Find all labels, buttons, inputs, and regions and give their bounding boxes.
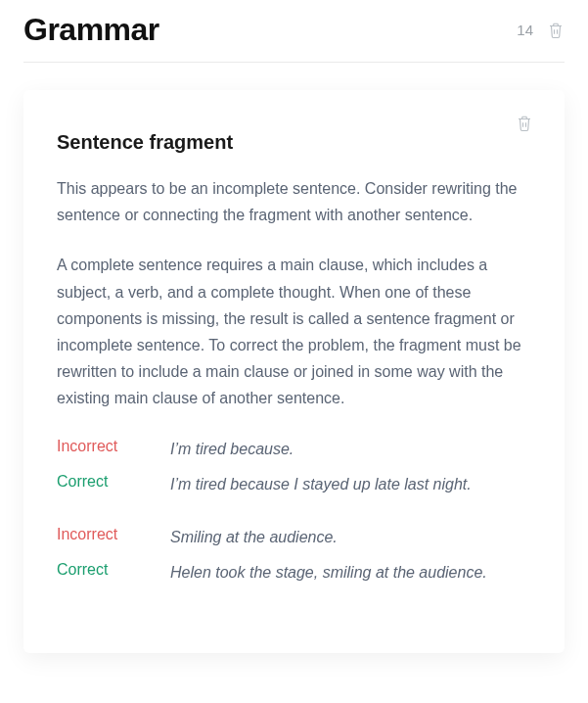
example-correct-text: Helen took the stage, smiling at the aud… xyxy=(170,561,531,585)
issue-count: 14 xyxy=(517,22,533,38)
example-row: Correct Helen took the stage, smiling at… xyxy=(57,561,531,585)
incorrect-label: Incorrect xyxy=(57,526,170,543)
example-incorrect-text: I’m tired because. xyxy=(170,438,531,461)
issue-card: Sentence fragment This appears to be an … xyxy=(23,90,565,653)
card-title: Sentence fragment xyxy=(57,131,531,154)
trash-icon xyxy=(516,114,533,133)
page-title: Grammar xyxy=(23,12,159,48)
delete-all-button[interactable] xyxy=(547,21,565,40)
example-incorrect-text: Smiling at the audience. xyxy=(170,526,531,549)
example-row: Incorrect I’m tired because. xyxy=(57,438,531,461)
example-group: Incorrect Smiling at the audience. Corre… xyxy=(57,526,531,585)
correct-label: Correct xyxy=(57,561,170,579)
incorrect-label: Incorrect xyxy=(57,438,170,455)
example-group: Incorrect I’m tired because. Correct I’m… xyxy=(57,438,531,496)
header-right: 14 xyxy=(517,21,565,40)
card-body: This appears to be an incomplete sentenc… xyxy=(57,175,531,412)
correct-label: Correct xyxy=(57,473,170,491)
card-detail-text: A complete sentence requires a main clau… xyxy=(57,252,531,411)
page-header: Grammar 14 xyxy=(23,12,565,63)
card-intro-text: This appears to be an incomplete sentenc… xyxy=(57,175,531,228)
trash-icon xyxy=(547,21,565,40)
examples-section: Incorrect I’m tired because. Correct I’m… xyxy=(57,438,531,585)
example-correct-text: I’m tired because I stayed up late last … xyxy=(170,473,531,496)
delete-card-button[interactable] xyxy=(516,114,533,133)
example-row: Correct I’m tired because I stayed up la… xyxy=(57,473,531,496)
example-row: Incorrect Smiling at the audience. xyxy=(57,526,531,549)
